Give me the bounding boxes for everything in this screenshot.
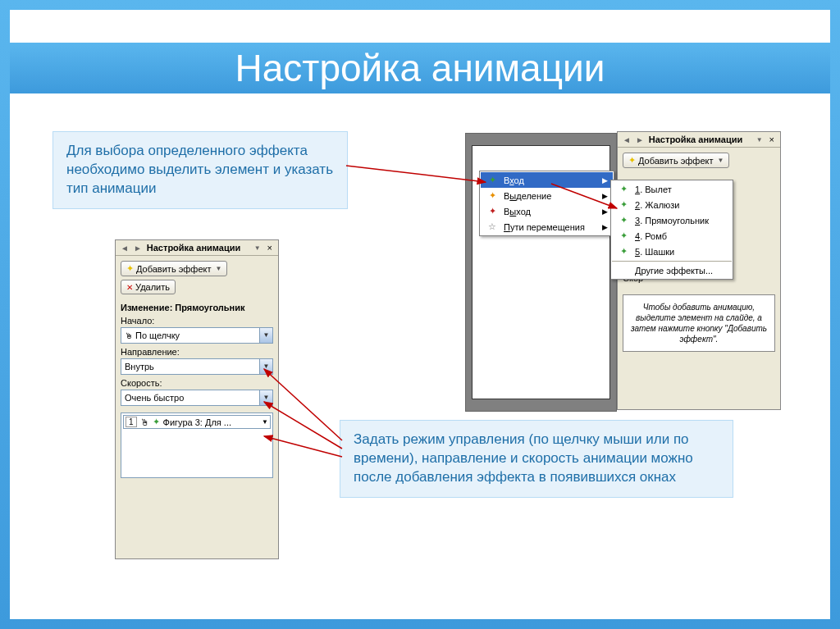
menu-item-motion-path[interactable]: ☆ Пути перемещения ▶ xyxy=(481,219,613,235)
speed-value: Очень быстро xyxy=(125,393,184,403)
start-label: Начало: xyxy=(121,316,273,326)
add-effect-button[interactable]: ✦ Добавить эффект ▼ xyxy=(623,153,729,168)
nav-forward-icon[interactable]: ► xyxy=(132,244,144,253)
submenu-item[interactable]: ✦ 1. Вылет xyxy=(612,181,732,197)
add-effect-label: Добавить эффект xyxy=(638,156,713,166)
menu-label: 3. Прямоугольник xyxy=(635,216,727,226)
pane-title: Настройка анимации xyxy=(647,134,752,144)
submenu-arrow-icon: ▶ xyxy=(602,192,608,200)
menu-label: 5. Шашки xyxy=(635,247,727,257)
menu-label: 4. Ромб xyxy=(635,231,727,241)
submenu-item[interactable]: ✦ 4. Ромб xyxy=(612,228,732,244)
hint-text: Чтобы добавить анимацию, выделите элемен… xyxy=(623,294,775,352)
direction-select[interactable]: Внутрь ▼ xyxy=(121,358,273,375)
speed-label: Скорость: xyxy=(121,378,273,388)
pane-dropdown-icon[interactable]: ▼ xyxy=(252,244,263,252)
effect-icon: ✦ xyxy=(617,246,630,257)
callout-top: Для выбора определенного эффекта необход… xyxy=(52,131,348,209)
pane-body: ✦ Добавить эффект ▼ ✕ Удалить Изменение:… xyxy=(116,256,278,483)
item-text: Фигура 3: Для ... xyxy=(163,417,231,427)
menu-label: Вход xyxy=(504,175,597,185)
pane-dropdown-icon[interactable]: ▼ xyxy=(754,136,765,144)
effect-icon: ✦ xyxy=(617,215,630,226)
effect-menu-cluster: ✦ Вход ▶ ✦ Выделение ▶ ✦ Выход ▶ ☆ Пути … xyxy=(479,171,614,236)
chevron-down-icon: ▼ xyxy=(259,390,272,405)
animation-list: 1 🖱 ✦ Фигура 3: Для ... ▼ xyxy=(121,412,273,478)
menu-label: 1. Вылет xyxy=(635,185,727,194)
effect-icon: ✦ xyxy=(617,184,630,194)
menu-item-exit[interactable]: ✦ Выход ▶ xyxy=(481,203,613,219)
close-icon[interactable]: × xyxy=(767,134,777,144)
menu-label: 2. Жалюзи xyxy=(635,200,727,210)
speed-select[interactable]: Очень быстро ▼ xyxy=(121,390,273,406)
submenu-item[interactable]: ✦ 5. Шашки xyxy=(612,244,732,259)
item-number: 1 xyxy=(126,417,137,427)
add-effect-label: Добавить эффект xyxy=(136,264,211,274)
pane-header: ◄ ► Настройка анимации ▼ × xyxy=(116,240,278,256)
effect-icon: ✦ xyxy=(153,417,160,427)
effect-icon: ✦ xyxy=(617,199,630,210)
chevron-down-icon: ▼ xyxy=(259,359,272,374)
effect-submenu: ✦ 1. Вылет ✦ 2. Жалюзи ✦ 3. Прямоугольни… xyxy=(610,180,733,280)
menu-separator xyxy=(612,261,732,262)
remove-label: Удалить xyxy=(135,282,170,292)
menu-label: Выделение xyxy=(504,191,597,201)
exit-icon: ✦ xyxy=(486,206,499,217)
chevron-down-icon: ▼ xyxy=(717,157,724,164)
change-section-label: Изменение: Прямоугольник xyxy=(121,303,273,312)
submenu-arrow-icon: ▶ xyxy=(602,207,608,216)
animation-list-item[interactable]: 1 🖱 ✦ Фигура 3: Для ... ▼ xyxy=(123,415,271,429)
submenu-item[interactable]: ✦ 3. Прямоугольник xyxy=(612,212,732,228)
effect-category-menu: ✦ Вход ▶ ✦ Выделение ▶ ✦ Выход ▶ ☆ Пути … xyxy=(479,171,614,236)
start-select[interactable]: 🖱 По щелчку ▼ xyxy=(121,327,273,344)
direction-value: Внутрь xyxy=(125,362,154,371)
animation-pane-left: ◄ ► Настройка анимации ▼ × ✦ Добавить эф… xyxy=(115,239,279,559)
submenu-other-effects[interactable]: Другие эффекты... xyxy=(612,263,732,278)
slide-title: Настройка анимации xyxy=(10,43,830,93)
nav-forward-icon[interactable]: ► xyxy=(634,135,646,144)
chevron-down-icon: ▼ xyxy=(262,418,268,426)
effect-icon: ✦ xyxy=(617,230,630,241)
emphasis-icon: ✦ xyxy=(486,190,499,201)
menu-item-entrance[interactable]: ✦ Вход ▶ xyxy=(481,172,613,188)
star-icon: ✦ xyxy=(628,155,636,166)
nav-back-icon[interactable]: ◄ xyxy=(621,135,632,144)
nav-back-icon[interactable]: ◄ xyxy=(119,244,130,253)
close-icon[interactable]: × xyxy=(265,243,275,253)
motion-path-icon: ☆ xyxy=(486,221,499,232)
menu-label: Пути перемещения xyxy=(504,222,597,232)
mouse-icon: 🖱 xyxy=(140,417,149,427)
direction-label: Направление: xyxy=(121,347,273,357)
submenu-item[interactable]: ✦ 2. Жалюзи xyxy=(612,197,732,212)
submenu-arrow-icon: ▶ xyxy=(602,223,608,231)
callout-bottom: Задать режим управления (по щелчку мыши … xyxy=(340,420,733,498)
chevron-down-icon: ▼ xyxy=(259,328,272,343)
slide-background: Настройка анимации Для выбора определенн… xyxy=(0,0,840,629)
pane-title: Настройка анимации xyxy=(145,243,250,253)
menu-label: Выход xyxy=(504,207,597,217)
slide-content: Настройка анимации Для выбора определенн… xyxy=(10,10,830,619)
submenu-arrow-icon: ▶ xyxy=(602,176,608,185)
menu-label: Другие эффекты... xyxy=(635,266,727,276)
menu-item-emphasis[interactable]: ✦ Выделение ▶ xyxy=(481,188,613,203)
add-effect-button[interactable]: ✦ Добавить эффект ▼ xyxy=(121,261,227,276)
remove-icon: ✕ xyxy=(126,283,133,292)
mouse-icon: 🖱 xyxy=(125,331,133,340)
remove-button[interactable]: ✕ Удалить xyxy=(121,280,176,294)
chevron-down-icon: ▼ xyxy=(215,265,221,272)
star-icon: ✦ xyxy=(126,263,134,274)
start-value: По щелчку xyxy=(135,330,180,340)
entrance-icon: ✦ xyxy=(486,175,499,185)
pane-header: ◄ ► Настройка анимации ▼ × xyxy=(618,132,780,148)
